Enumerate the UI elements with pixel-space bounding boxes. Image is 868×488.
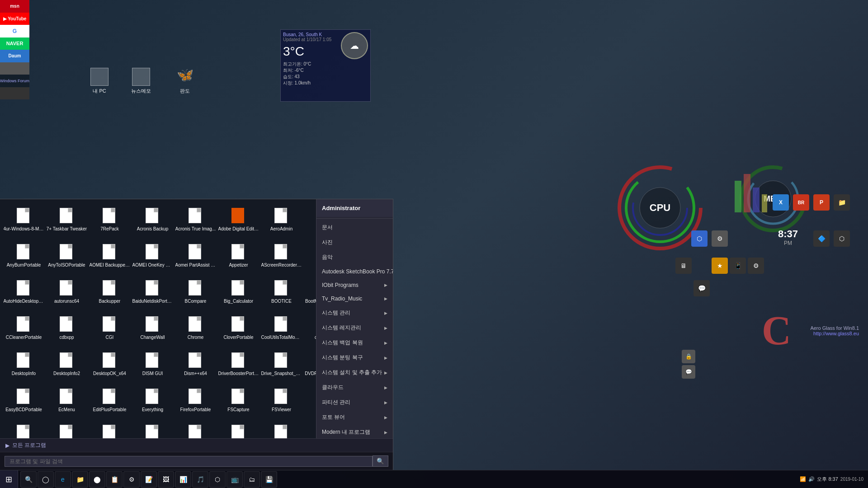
- taskbar-chrome[interactable]: ⬤: [89, 471, 105, 488]
- file-item[interactable]: ChangeWall: [131, 310, 174, 346]
- file-item[interactable]: Adobe Digital Editio...: [217, 202, 260, 238]
- file-item[interactable]: Chrome: [174, 310, 217, 346]
- file-item[interactable]: CCleanerPortable: [2, 310, 45, 346]
- file-item[interactable]: Backupper: [88, 274, 131, 310]
- taskbar-search[interactable]: 🔍: [20, 471, 37, 488]
- taskbar-misc2[interactable]: ⚙: [123, 471, 140, 488]
- menu-item-3[interactable]: Autodesk SketchBook Pro 7.7.2.1▶: [316, 265, 393, 278]
- file-item[interactable]: Appetizer: [217, 238, 260, 274]
- file-item[interactable]: autorunsc64: [45, 274, 88, 310]
- menu-item-10[interactable]: 시스템 설치 및 추출 추가▶: [316, 365, 393, 380]
- taskbar-misc7[interactable]: ⬡: [209, 471, 226, 488]
- menu-item-7[interactable]: 시스템 레지관리▶: [316, 320, 393, 335]
- all-programs-link[interactable]: ▶ 모든 프로그램: [0, 438, 393, 452]
- file-item[interactable]: EditPlusPortable: [88, 382, 131, 418]
- file-item[interactable]: HDTune: [303, 418, 316, 438]
- menu-item-8[interactable]: 시스템 백업 복원▶: [316, 335, 393, 350]
- file-item[interactable]: FirefoxPortable: [174, 382, 217, 418]
- file-item[interactable]: CloverPortable: [217, 310, 260, 346]
- file-item[interactable]: FSCapture: [217, 382, 260, 418]
- file-item[interactable]: Acronis Backup: [131, 202, 174, 238]
- file-item[interactable]: Aomei PartAssist T...: [174, 238, 217, 274]
- file-item[interactable]: cdbxpp: [45, 310, 88, 346]
- menu-item-5[interactable]: Tv_Radio_Music▶: [316, 292, 393, 305]
- menu-item-12[interactable]: 파티션 관리▶: [316, 395, 393, 410]
- taskbar-misc9[interactable]: 🗂: [244, 471, 260, 488]
- file-item[interactable]: CoolUtilsTotalMovi...: [260, 310, 303, 346]
- file-item[interactable]: GhostPE 사용법: [2, 418, 45, 438]
- file-item[interactable]: Dism++x64: [174, 346, 217, 382]
- desktop-icon-pandora[interactable]: 🦋 판도: [174, 63, 196, 94]
- file-item[interactable]: AScreenRecorderP...: [260, 238, 303, 274]
- file-item[interactable]: DesktopInfo2: [45, 346, 88, 382]
- file-item[interactable]: cpuz_x64: [303, 310, 316, 346]
- file-item[interactable]: HDDScanPortable: [260, 418, 303, 438]
- taskbar-ie[interactable]: e: [55, 471, 71, 488]
- file-item[interactable]: BootMediaPortable: [303, 274, 316, 310]
- file-item[interactable]: AeroAdmin: [260, 202, 303, 238]
- file-item[interactable]: BOOTICE: [260, 274, 303, 310]
- sidebar-icon-misc1[interactable]: [0, 62, 29, 75]
- menu-item-1[interactable]: 사진: [316, 235, 393, 250]
- menu-item-14[interactable]: Modern 내 프로그램▶: [316, 425, 393, 438]
- file-item[interactable]: DVDFab10Portable: [303, 346, 316, 382]
- file-item[interactable]: AnyToISOPortable: [45, 238, 88, 274]
- file-item[interactable]: BaiduNetdiskPortable: [131, 274, 174, 310]
- taskbar-misc4[interactable]: 🖼: [158, 471, 174, 488]
- file-item[interactable]: Acronis True Imag...: [174, 202, 217, 238]
- menu-item-11[interactable]: 클라우드▶: [316, 380, 393, 395]
- search-button[interactable]: 🔍: [373, 455, 388, 467]
- file-item[interactable]: DesktopOK_x64: [88, 346, 131, 382]
- file-item[interactable]: aida64: [303, 202, 316, 238]
- taskbar-cortana[interactable]: ◯: [38, 471, 54, 488]
- desktop-icon-notepad[interactable]: 뉴스메모: [131, 68, 151, 94]
- taskbar-misc1[interactable]: 📋: [106, 471, 123, 488]
- sidebar-icon-msn[interactable]: msn: [0, 0, 29, 13]
- file-item[interactable]: Aura: [303, 238, 316, 274]
- menu-item-9[interactable]: 시스템 분팅 복구▶: [316, 350, 393, 365]
- taskbar-explorer[interactable]: 📁: [72, 471, 88, 488]
- file-item[interactable]: DriverBoosterPortable: [217, 346, 260, 382]
- file-item[interactable]: AutoHideDesktoplc...: [2, 274, 45, 310]
- file-item[interactable]: Ghost64: [303, 382, 316, 418]
- file-item[interactable]: 7RePack: [88, 202, 131, 238]
- taskbar-misc8[interactable]: 📺: [226, 471, 243, 488]
- file-item[interactable]: Everything: [131, 382, 174, 418]
- sidebar-icon-misc2[interactable]: [0, 87, 29, 100]
- start-button[interactable]: ⊞: [0, 470, 18, 488]
- file-item[interactable]: CGI: [88, 310, 131, 346]
- file-item[interactable]: BCompare: [174, 274, 217, 310]
- file-item[interactable]: 7+ Taskbar Tweaker: [45, 202, 88, 238]
- desktop-icon-mypc[interactable]: 내 PC: [90, 68, 108, 94]
- file-item[interactable]: GoodSync2Go-v10: [174, 418, 217, 438]
- sidebar-icon-windows-forum[interactable]: Windows Forum: [0, 75, 29, 87]
- file-item[interactable]: GimageX: [131, 418, 174, 438]
- file-item[interactable]: ghostpe: [45, 418, 88, 438]
- menu-item-6[interactable]: 시스템 관리▶: [316, 305, 393, 320]
- sidebar-icon-google[interactable]: G: [0, 25, 29, 38]
- menu-item-2[interactable]: 음악: [316, 250, 393, 265]
- taskbar-misc6[interactable]: 🎵: [192, 471, 208, 488]
- file-item[interactable]: AOMEI Backupper ...: [88, 238, 131, 274]
- file-item[interactable]: EasyBCDPortable: [2, 382, 45, 418]
- menu-item-4[interactable]: IObit Programs▶: [316, 278, 393, 292]
- file-item[interactable]: GhostSrv: [88, 418, 131, 438]
- sidebar-icon-naver[interactable]: NAVER: [0, 38, 29, 50]
- file-item[interactable]: AnyBurnPortable: [2, 238, 45, 274]
- file-item[interactable]: EcMenu: [45, 382, 88, 418]
- taskbar-misc3[interactable]: 📝: [141, 471, 157, 488]
- file-item[interactable]: 4ur-Windows-8-Mo...: [2, 202, 45, 238]
- file-item[interactable]: Drive_Snapshot_Ko...: [260, 346, 303, 382]
- program-search-input[interactable]: [5, 456, 373, 467]
- menu-item-13[interactable]: 포토 뷰어▶: [316, 410, 393, 425]
- taskbar-misc5[interactable]: 📊: [175, 471, 191, 488]
- file-item[interactable]: Big_Calculator: [217, 274, 260, 310]
- sidebar-icon-youtube[interactable]: ▶ YouTube: [0, 13, 29, 25]
- file-item[interactable]: HDDLLF: [217, 418, 260, 438]
- file-item[interactable]: DISM GUI: [131, 346, 174, 382]
- taskbar-misc10[interactable]: 💾: [261, 471, 277, 488]
- sidebar-icon-daum[interactable]: Daum: [0, 50, 29, 62]
- file-item[interactable]: DesktopInfo: [2, 346, 45, 382]
- file-item[interactable]: AOMEI OneKey Re...: [131, 238, 174, 274]
- menu-item-0[interactable]: 문서: [316, 220, 393, 235]
